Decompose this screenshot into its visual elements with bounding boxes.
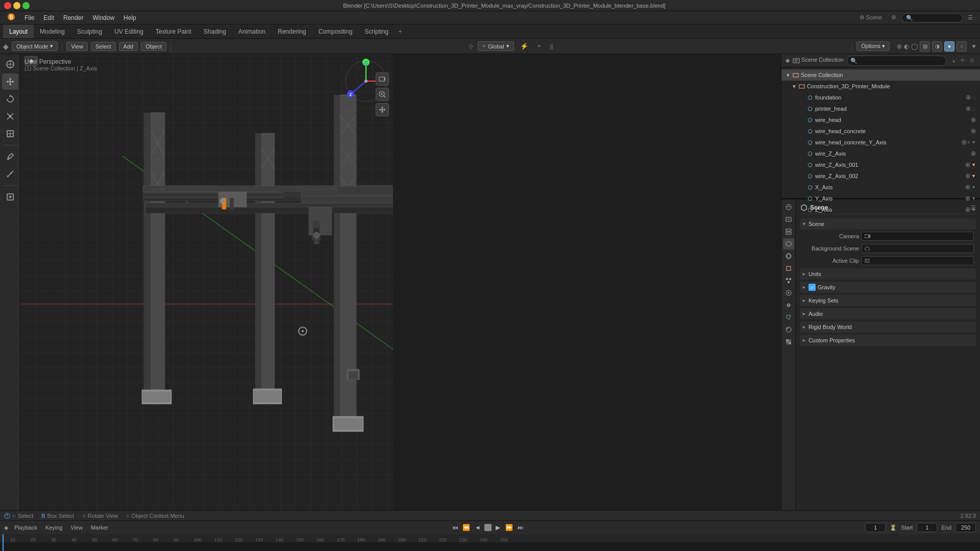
view-ctrl[interactable]: View [68,523,85,532]
outliner-item-wire-z002[interactable]: . wire_Z_Axis_002 ▼ [781,170,980,182]
vis-icon-whc[interactable] [971,129,976,134]
outliner-item-xaxis[interactable]: . X_Axis ▼ [781,182,980,193]
keying-ctrl[interactable]: Keying [43,523,65,532]
camera-view-btn[interactable] [376,72,389,86]
keying-sets-header[interactable]: ► Keying Sets [800,295,976,306]
gizmo-icon[interactable]: ⊕ [897,43,902,50]
move-tool[interactable] [2,73,18,90]
outliner-item-foundation[interactable]: . foundation ◌ [781,92,980,103]
outliner-item-wire-head[interactable]: . wire_head [781,114,980,126]
outliner-search[interactable] [847,56,946,66]
vis-icon-xaxis[interactable] [965,185,970,190]
tab-sculpting[interactable]: Sculpting [71,24,108,38]
overlay-icon[interactable]: ◐ [904,43,909,50]
minimize-button[interactable] [13,2,20,9]
transform-tool[interactable] [2,126,18,142]
outliner-scene-collection[interactable]: ▼ Scene Collection [781,69,980,81]
filter-icon[interactable]: ☰ [964,13,977,22]
menu-file[interactable]: File [20,13,38,22]
xray-icon[interactable]: ◯ [911,43,918,50]
box-select-status[interactable]: B Box Select [41,513,74,519]
add-workspace-button[interactable]: + [395,26,406,37]
tab-rendering[interactable]: Rendering [272,24,312,38]
outliner-construction-module[interactable]: ▼ Construction_3D_Printer_Module [781,81,980,92]
annotate-tool[interactable] [2,148,18,165]
outliner-item-whcy[interactable]: . wire_head_concrete_Y_Axis ▿ ▼ [781,137,980,148]
gravity-checkbox[interactable] [808,284,816,291]
prop-tab-render[interactable] [783,202,794,213]
pan-btn[interactable] [376,103,389,116]
tab-modeling[interactable]: Modeling [34,24,71,38]
wireframe-shading-btn[interactable]: ▤ [920,41,930,52]
close-button[interactable] [4,2,11,9]
filter-icon-1[interactable]: ▴ [949,57,958,65]
transform-orient-selector[interactable]: ⌔ Global ▾ [478,41,514,51]
prop-tab-world[interactable] [783,251,794,262]
render-icon-printer[interactable]: ◌ [972,106,976,111]
vis-icon-wz001[interactable] [965,162,970,167]
menu-edit[interactable]: Edit [39,13,58,22]
playback-ctrl[interactable]: Playback [12,523,39,532]
menu-help[interactable]: Help [119,13,140,22]
filter-icon-3[interactable]: ☰ [968,57,976,65]
tab-animation[interactable]: Animation [232,24,272,38]
outliner-item-wire-z[interactable]: . wire_Z_Axis [781,148,980,159]
add-menu[interactable]: Add [119,42,138,51]
rotate-view-status[interactable]: ○ Rotate View [82,513,118,519]
audio-section-header[interactable]: ► Audio [800,308,976,319]
outliner-item-wire-z001[interactable]: . wire_Z_Axis_001 ▼ [781,159,980,170]
search-input[interactable] [901,13,963,22]
end-frame-input[interactable] [955,523,976,532]
prop-tab-view-layer[interactable] [783,226,794,237]
rendered-shading-btn[interactable]: ○ [957,41,967,52]
select-menu[interactable]: Select [91,42,116,51]
tab-compositing[interactable]: Compositing [312,24,359,38]
scale-tool[interactable] [2,108,18,124]
tab-shading[interactable]: Shading [198,24,232,38]
vis-icon-wz[interactable] [971,151,976,156]
rotate-tool[interactable] [2,91,18,107]
timeline-track-area[interactable] [0,542,980,551]
snap-icon[interactable]: ⚡ [518,41,530,51]
vis-icon-whcy[interactable] [962,140,967,145]
jump-end-btn[interactable]: ⏭ [516,523,525,532]
prop-tab-particles[interactable] [783,275,794,286]
play-btn[interactable]: ▶ [494,523,503,532]
custom-properties-header[interactable]: ► Custom Properties [800,335,976,346]
options-button[interactable]: Options ▾ [856,41,890,51]
context-menu-status[interactable]: ○ Object Context Menu [126,513,184,519]
menu-blender[interactable]: B [3,12,19,23]
object-menu[interactable]: Object [141,42,166,51]
prev-keyframe-btn[interactable]: ⏪ [462,523,471,532]
tab-layout[interactable]: Layout [3,24,34,38]
outliner-item-printer-head[interactable]: . printer_head ◌ [781,103,980,114]
outliner-item-wire-head-concrete[interactable]: . wire_head_concrete [781,126,980,137]
object-mode-selector[interactable]: Object Mode ▾ [12,41,58,51]
play-reverse-btn[interactable]: ◄ [473,523,482,532]
vis-icon-printer[interactable] [966,106,971,111]
prop-options-icon[interactable]: ☰ [971,205,976,211]
prop-tab-data[interactable] [783,312,794,323]
proportional-edit-icon[interactable]: ⚬ [534,41,544,51]
start-frame-input[interactable] [917,523,937,532]
jump-start-btn[interactable]: ⏮ [451,523,460,532]
solid-shading-btn[interactable]: ◑ [932,41,942,52]
tab-scripting[interactable]: Scripting [358,24,395,38]
outliner-type-icon[interactable]: ◆ [786,57,790,64]
zoom-in-btn[interactable] [376,88,389,101]
filter-icon-2[interactable]: 👁 [959,57,967,65]
maximize-button[interactable] [22,2,30,9]
gravity-section-header[interactable]: ► Gravity [800,282,976,293]
menu-window[interactable]: Window [88,13,118,22]
settings-icon[interactable]: || [548,42,555,51]
engine-selector[interactable]: ⚙ Scene [855,13,886,22]
timeline-scrubber[interactable]: 10 20 30 40 50 60 70 80 90 100 110 120 1… [0,534,980,551]
select-status[interactable]: ○ Select [4,513,33,519]
bg-scene-value[interactable] [861,244,974,253]
prop-tab-object[interactable] [783,263,794,274]
material-shading-btn[interactable]: ● [944,41,954,52]
units-section-header[interactable]: ► Units [800,268,976,280]
3d-viewport[interactable]: ◆ User Perspective (1) Scene Collection … [20,54,393,520]
next-keyframe-btn[interactable]: ⏩ [505,523,514,532]
tab-texture-paint[interactable]: Texture Paint [150,24,198,38]
